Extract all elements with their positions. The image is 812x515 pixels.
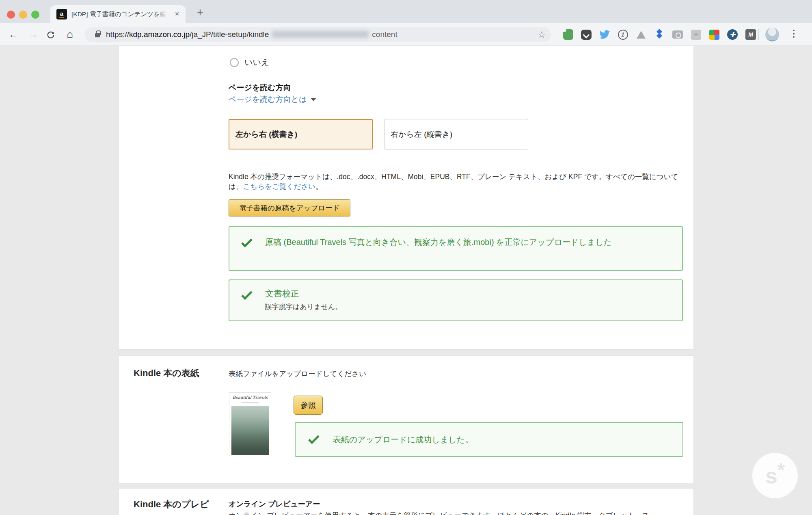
page-direction-help-link[interactable]: ページを読む方向とは: [229, 94, 316, 105]
spellcheck-title: 文書校正: [265, 288, 299, 299]
cover-art-subtitle: [242, 402, 259, 403]
previewer-section-card: Kindle 本のプレビ オンライン プレビューアー オンライン プレビューアー…: [119, 488, 694, 515]
spellcheck-result: 誤字脱字はありません。: [265, 302, 342, 312]
page-direction-heading: ページを読む方向: [229, 82, 291, 93]
browser-tab[interactable]: a [KDP] 電子書籍のコンテンツを編集 ×: [50, 5, 186, 23]
browse-button[interactable]: 参照: [294, 396, 323, 415]
circled-one-icon[interactable]: 1: [617, 29, 628, 40]
manuscript-section-card: いいえ ページを読む方向 ページを読む方向とは 左から右 (横書き) 右から左 …: [119, 46, 694, 350]
cover-art-photo: [231, 406, 269, 455]
tab-title-fade: [155, 7, 169, 22]
direction-option-right-to-left[interactable]: 右から左 (縦書き): [384, 119, 528, 149]
fullscreen-window-button[interactable]: [31, 11, 39, 19]
dropdown-arrow-icon: [311, 98, 316, 101]
toolbar-separator: [758, 29, 759, 40]
url-tail: content: [372, 30, 397, 39]
navy-circle-icon[interactable]: ✚: [727, 29, 738, 40]
cover-thumbnail: Beautiful Travels: [229, 392, 271, 457]
url-path: /ja_JP/title-setup/kindle: [190, 30, 269, 39]
manuscript-success-box: 原稿 (Beautiful Travels 写真と向き合い、観察力を磨く旅.mo…: [229, 226, 683, 271]
google-colors-icon[interactable]: [708, 29, 720, 40]
cover-success-box: 表紙のアップロードに成功しました。: [295, 422, 683, 457]
option-label: 左から右 (横書き): [235, 129, 297, 140]
watermark-letter: s: [765, 463, 777, 488]
home-button[interactable]: ⌂: [63, 28, 77, 41]
dropbox-icon[interactable]: [654, 29, 665, 40]
amazon-favicon-icon: a: [56, 9, 67, 19]
twitter-icon[interactable]: [599, 29, 610, 40]
radio-option-no: いいえ: [230, 57, 269, 68]
radio-label-no[interactable]: いいえ: [244, 57, 269, 68]
drive-triangle-icon[interactable]: [635, 29, 647, 40]
reload-icon: [46, 30, 55, 39]
browser-toolbar: ← → ⌂ https://kdp.amazon.co.jp/ja_JP/tit…: [0, 23, 812, 46]
cover-art-title: Beautiful Travels: [229, 395, 271, 400]
format-text-period: 。: [315, 182, 323, 190]
url-host: kdp.amazon.co.jp: [129, 30, 190, 39]
evernote-icon[interactable]: [562, 29, 574, 40]
minimize-window-button[interactable]: [19, 11, 27, 19]
cover-success-message: 表紙のアップロードに成功しました。: [333, 433, 674, 446]
pocket-icon[interactable]: [581, 29, 592, 40]
success-check-icon: [241, 289, 253, 300]
watermark-badge: s *: [752, 453, 798, 498]
upload-manuscript-button[interactable]: 電子書籍の原稿をアップロード: [229, 199, 350, 216]
success-check-icon: [308, 433, 320, 444]
watermark-asterisk: *: [777, 459, 785, 481]
bookmark-star-icon[interactable]: ☆: [538, 30, 546, 40]
close-window-button[interactable]: [7, 11, 15, 19]
success-check-icon: [241, 236, 253, 248]
tab-strip: a [KDP] 電子書籍のコンテンツを編集 × +: [0, 0, 812, 23]
reload-button[interactable]: [44, 28, 58, 41]
plus-tile-icon[interactable]: +: [690, 29, 702, 40]
profile-avatar[interactable]: [765, 28, 779, 41]
option-label: 右から左 (縦書き): [391, 129, 452, 140]
url-redacted-segment: [272, 31, 369, 38]
cover-instruction: 表紙ファイルをアップロードしてください: [229, 369, 366, 379]
help-link-label[interactable]: ページを読む方向とは: [229, 95, 307, 104]
tab-title: [KDP] 電子書籍のコンテンツを編集: [71, 5, 168, 23]
manuscript-success-message: 原稿 (Beautiful Travels 写真と向き合い、観察力を磨く旅.mo…: [265, 236, 672, 249]
new-tab-button[interactable]: +: [193, 6, 207, 19]
twitter-bird-icon: [599, 30, 610, 39]
previewer-section-heading: Kindle 本のプレビ: [134, 498, 220, 511]
extensions-row: 1 + ✚ M: [562, 28, 756, 41]
chrome-menu-icon[interactable]: [793, 33, 795, 35]
camera-icon[interactable]: [672, 29, 683, 40]
url-scheme: https://: [106, 30, 129, 39]
radio-button-no[interactable]: [230, 58, 239, 67]
address-bar[interactable]: https://kdp.amazon.co.jp/ja_JP/title-set…: [85, 27, 551, 42]
back-button[interactable]: ←: [6, 28, 20, 41]
online-previewer-description: オンライン プレビューアーを使用すると、本の表示を簡単にプレビューできます。ほと…: [229, 511, 684, 515]
url-text: https://kdp.amazon.co.jp/ja_JP/title-set…: [106, 27, 397, 42]
lock-icon[interactable]: [95, 33, 100, 37]
online-previewer-heading: オンライン プレビューアー: [229, 499, 320, 509]
tab-close-icon[interactable]: ×: [173, 10, 181, 19]
see-here-link[interactable]: こちらをご覧ください: [243, 182, 315, 190]
direction-option-left-to-right[interactable]: 左から右 (横書き): [229, 119, 373, 149]
format-help-text: Kindle 本の推奨フォーマットは、.doc、.docx、HTML、Mobi、…: [229, 172, 682, 191]
forward-button[interactable]: →: [26, 28, 40, 41]
m-tile-icon[interactable]: M: [745, 29, 756, 40]
cover-section-card: Kindle 本の表紙 表紙ファイルをアップロードしてください Beautifu…: [119, 355, 694, 483]
browser-window: a [KDP] 電子書籍のコンテンツを編集 × + ← → ⌂ https://…: [0, 0, 812, 515]
spellcheck-success-box: 文書校正 誤字脱字はありません。: [229, 279, 683, 321]
cover-section-heading: Kindle 本の表紙: [134, 367, 199, 379]
